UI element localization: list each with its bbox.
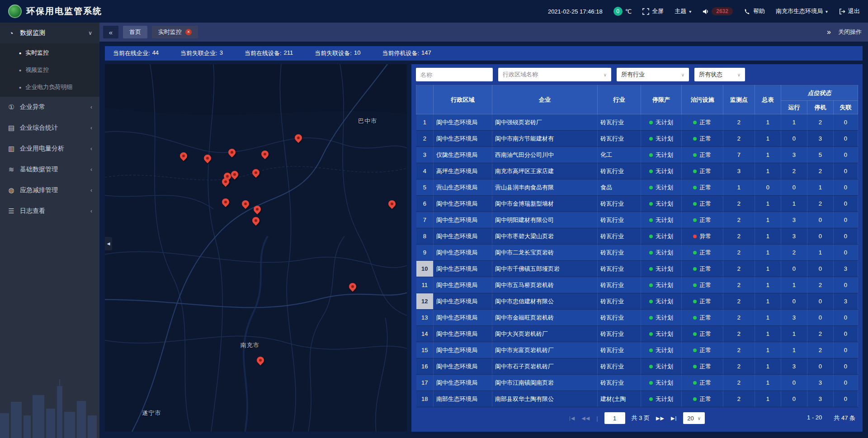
tab-realtime-monitor[interactable]: 实时监控 × [152, 26, 198, 38]
page-number-input[interactable] [604, 412, 625, 424]
table-row[interactable]: 15阆中生态环境局阆中市光富页岩机砖厂砖瓦行业无计划正常21120 [416, 342, 858, 358]
cell-company[interactable]: 西南油气田分公司川中 [492, 147, 598, 163]
header-index [416, 85, 434, 114]
map-pin-icon[interactable] [251, 168, 260, 180]
table-row[interactable]: 14阆中生态环境局阆中大兴页岩机砖厂砖瓦行业无计划正常21120 [416, 326, 858, 342]
map-canvas[interactable]: 巴中市南充市遂宁市 ◀ [105, 64, 407, 432]
table-row[interactable]: 1阆中生态环境局阆中强锐页岩砖厂砖瓦行业无计划正常21120 [416, 114, 858, 131]
tab-home[interactable]: 首页 [123, 26, 147, 38]
tabs-scroll-right-button[interactable]: » [827, 28, 831, 36]
table-row[interactable]: 10阆中生态环境局阆中市千佛镇五郎垭页岩砖瓦行业无计划正常21003 [416, 261, 858, 277]
map-collapse-handle[interactable]: ◀ [105, 237, 112, 250]
page-last-button[interactable]: ▶| [671, 415, 677, 421]
sidebar-item-label: 应急减排管理 [20, 186, 58, 194]
close-operations-button[interactable]: 关闭操作 [838, 28, 862, 36]
map-pin-icon[interactable] [260, 150, 269, 161]
sidebar-subitem[interactable]: •视频监控 [0, 61, 99, 79]
table-row[interactable]: 17阆中生态环境局阆中市江南镇阆南页岩砖瓦行业无计划正常21030 [416, 375, 858, 391]
stat-item: 当前在线设备:211 [245, 49, 293, 57]
cell-company[interactable]: 阆中市石子页岩机砖厂 [492, 358, 598, 375]
table-row[interactable]: 6阆中生态环境局阆中市金博瑞新型墙材砖瓦行业无计划正常21120 [416, 196, 858, 212]
table-row[interactable]: 18南部生态环境局南部县双华土陶有限公建材(土陶无计划正常21030 [416, 391, 858, 407]
map-pin-icon[interactable] [387, 199, 396, 211]
page-next-button[interactable]: ▶▶ [656, 415, 665, 421]
table-row[interactable]: 3仪陇生态环境局西南油气田分公司川中化工无计划正常71350 [416, 147, 858, 163]
table-row[interactable]: 11阆中生态环境局阆中市五马桥页岩机砖砖瓦行业无计划正常21120 [416, 277, 858, 293]
cell-company[interactable]: 阆中市江南镇阆南页岩 [492, 375, 598, 391]
main-area: ◔数据监测∨•实时监控•视频监控•企业电力负荷明细①企业异常‹▤企业综合统计‹▥… [0, 23, 868, 438]
page-first-button[interactable]: |◀ [569, 415, 575, 421]
map-pin-icon[interactable] [294, 133, 303, 145]
theme-menu[interactable]: 主题 ▾ [675, 7, 691, 15]
cell-company[interactable]: 阆中市金博瑞新型墙材 [492, 196, 598, 212]
cell-company[interactable]: 营山县润丰肉食品有限 [492, 179, 598, 196]
cell-company[interactable]: 南部县双华土陶有限公 [492, 391, 598, 407]
name-filter-input[interactable] [416, 68, 493, 81]
sidebar-item[interactable]: ◍应急减排管理‹ [0, 180, 99, 201]
cell-industry: 砖瓦行业 [597, 342, 641, 358]
cell-company[interactable]: 阆中大兴页岩机砖厂 [492, 326, 598, 342]
table-row[interactable]: 8阆中生态环境局阆中市枣碧大梁山页岩砖瓦行业无计划异常21300 [416, 228, 858, 245]
map-pin-icon[interactable] [221, 177, 230, 189]
map-pin-icon[interactable] [227, 148, 236, 160]
cell-company[interactable]: 阆中市五马桥页岩机砖 [492, 277, 598, 293]
help-button[interactable]: 帮助 [744, 7, 765, 15]
alarm-speaker-button[interactable]: 2632 [702, 7, 733, 15]
cell-company[interactable]: 阆中市金福旺页岩机砖 [492, 310, 598, 326]
page-size-select[interactable]: 20 ∨ [683, 412, 705, 424]
cell-company[interactable]: 阆中市枣碧大梁山页岩 [492, 228, 598, 245]
cell-company[interactable]: 阆中明阳建材有限公司 [492, 212, 598, 228]
industry-filter-select[interactable]: 所有行业 ∨ [617, 68, 689, 81]
map-pin-icon[interactable] [241, 199, 250, 211]
cell-company[interactable]: 阆中市忠信建材有限公 [492, 293, 598, 310]
cell-company[interactable]: 阆中强锐页岩砖厂 [492, 114, 598, 131]
table-row[interactable]: 13阆中生态环境局阆中市金福旺页岩机砖砖瓦行业无计划正常21300 [416, 310, 858, 326]
status-filter-select[interactable]: 所有状态 ∨ [694, 68, 745, 81]
cell-company[interactable]: 阆中市光富页岩机砖厂 [492, 342, 598, 358]
organization-menu[interactable]: 南充市生态环境局 ▾ [776, 7, 828, 15]
cell-company[interactable]: 阆中市千佛镇五郎垭页岩 [492, 261, 598, 277]
table-row[interactable]: 5营山生态环境局营山县润丰肉食品有限食品无计划正常10010 [416, 179, 858, 196]
sidebar-item[interactable]: ▥企业用电量分析‹ [0, 138, 99, 159]
sidebar-item[interactable]: ☰日志查看‹ [0, 201, 99, 221]
table-row[interactable]: 16阆中生态环境局阆中市石子页岩机砖厂砖瓦行业无计划正常21300 [416, 358, 858, 375]
table-row[interactable]: 12阆中生态环境局阆中市忠信建材有限公砖瓦行业无计划正常21003 [416, 293, 858, 310]
page-prev-button[interactable]: ◀◀ [581, 415, 590, 421]
map-pin-icon[interactable] [256, 356, 265, 367]
tabs-scroll-left-button[interactable]: « [103, 26, 118, 38]
status-dot-icon [693, 186, 697, 189]
chevron-left-icon: ‹ [90, 187, 92, 193]
cell-company[interactable]: 南充市高坪区王家店建 [492, 163, 598, 179]
cell-company[interactable]: 阆中市二龙长宝页岩砖 [492, 245, 598, 261]
stat-value: 10 [354, 49, 360, 57]
map-pin-icon[interactable] [203, 153, 212, 165]
sidebar-item[interactable]: ≋基础数据管理‹ [0, 159, 99, 180]
map-pin-icon[interactable] [253, 205, 262, 217]
map-pin-icon[interactable] [348, 282, 357, 294]
row-index: 13 [416, 310, 434, 326]
fullscreen-button[interactable]: 全屏 [642, 7, 664, 15]
sidebar-subitem[interactable]: •实时监控 [0, 44, 99, 61]
cell-company[interactable]: 阆中市南方节能建材有 [492, 131, 598, 147]
cell-region: 阆中生态环境局 [434, 196, 492, 212]
brand: 环保用电监管系统 [8, 5, 102, 18]
cell-running: 2 [781, 163, 807, 179]
table-row[interactable]: 7阆中生态环境局阆中明阳建材有限公司砖瓦行业无计划正常21300 [416, 212, 858, 228]
sidebar-item[interactable]: ◔数据监测∨ [0, 23, 99, 43]
map-pin-icon[interactable] [230, 170, 239, 182]
map-pin-icon[interactable] [179, 151, 188, 163]
map-pin-icon[interactable] [221, 198, 230, 209]
sidebar-item[interactable]: ▤企业综合统计‹ [0, 118, 99, 138]
sidebar-subitem[interactable]: •企业电力负荷明细 [0, 79, 99, 96]
table-row[interactable]: 4高坪生态环境局南充市高坪区王家店建砖瓦行业无计划正常31220 [416, 163, 858, 179]
logout-button[interactable]: 退出 [839, 7, 860, 15]
sidebar-item[interactable]: ①企业异常‹ [0, 97, 99, 118]
table-row[interactable]: 9阆中生态环境局阆中市二龙长宝页岩砖砖瓦行业无计划正常21210 [416, 245, 858, 261]
cell-industry: 砖瓦行业 [597, 358, 641, 375]
table-row[interactable]: 2阆中生态环境局阆中市南方节能建材有砖瓦行业无计划正常21030 [416, 131, 858, 147]
cell-stopped: 0 [807, 293, 833, 310]
tab-close-icon[interactable]: × [185, 29, 192, 35]
region-filter-select[interactable]: 行政区域名称 ∨ [498, 68, 611, 81]
cell-offline: 0 [833, 179, 858, 196]
map-pin-icon[interactable] [251, 216, 260, 228]
